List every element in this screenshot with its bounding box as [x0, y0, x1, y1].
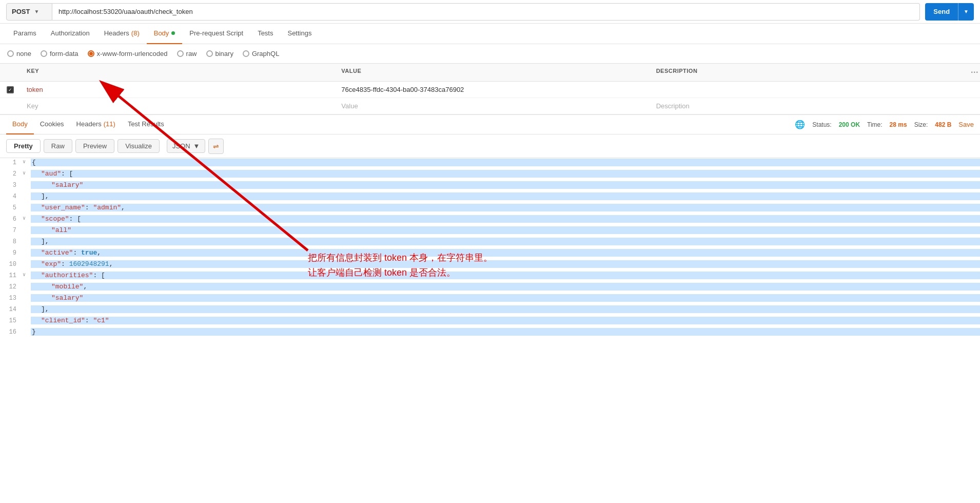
radio-form-data-label: form-data	[50, 50, 79, 57]
row-description[interactable]	[650, 86, 965, 94]
tab-body[interactable]: Body	[147, 24, 183, 44]
fmt-btn-pretty[interactable]: Pretty	[6, 139, 41, 153]
fmt-btn-preview[interactable]: Preview	[75, 139, 114, 153]
time-label: Time:	[867, 121, 883, 128]
status-value: 200 OK	[839, 121, 860, 128]
line-num-3: 3	[0, 181, 23, 189]
resp-tab-headers-label: Headers	[76, 120, 102, 128]
collapse-btn-1[interactable]: ∨	[23, 159, 31, 165]
placeholder-key[interactable]: Key	[21, 98, 335, 114]
json-output: 1 ∨ { 2 ∨ "aud": [ 3 "salary" 4 ], 5 "us…	[0, 158, 980, 379]
json-line-12: 12 "mobile",	[0, 282, 980, 294]
row-checkbox[interactable]	[7, 86, 14, 93]
collapse-btn-11[interactable]: ∨	[23, 272, 31, 278]
resp-tab-body[interactable]: Body	[6, 115, 34, 134]
th-actions: ···	[965, 64, 980, 81]
json-line-16: 16 }	[0, 327, 980, 339]
line-num-13: 13	[0, 294, 23, 302]
radio-binary[interactable]: binary	[206, 50, 233, 57]
url-input[interactable]	[52, 3, 920, 21]
radio-form-data[interactable]: form-data	[41, 50, 79, 57]
status-label: Status:	[812, 121, 831, 128]
wrap-button[interactable]: ⇌	[208, 139, 224, 154]
resp-tab-cookies[interactable]: Cookies	[34, 115, 70, 134]
format-select[interactable]: JSON ▼	[167, 139, 206, 153]
line-content-10: "exp": 1602948291,	[31, 260, 980, 268]
line-content-5: "user_name": "admin",	[31, 204, 980, 211]
line-num-14: 14	[0, 305, 23, 313]
fmt-btn-visualize[interactable]: Visualize	[117, 139, 160, 153]
line-content-13: "salary"	[31, 294, 980, 302]
tab-headers-label: Headers	[104, 29, 129, 37]
format-select-value: JSON	[172, 142, 190, 150]
resp-tab-headers-badge: (11)	[104, 120, 115, 128]
fmt-btn-raw[interactable]: Raw	[44, 139, 72, 153]
collapse-btn-2[interactable]: ∨	[23, 170, 31, 176]
method-select[interactable]: POST ▼	[6, 3, 52, 21]
radio-form-data-circle	[41, 50, 47, 57]
tab-pre-request-label: Pre-request Script	[189, 29, 243, 37]
row-key[interactable]: token	[21, 82, 335, 98]
resp-tab-body-label: Body	[12, 120, 28, 128]
more-options-icon[interactable]: ···	[971, 68, 978, 76]
format-select-chevron-icon: ▼	[193, 142, 200, 150]
json-line-8: 8 ],	[0, 237, 980, 248]
main-content: 1 ∨ { 2 ∨ "aud": [ 3 "salary" 4 ], 5 "us…	[0, 158, 980, 379]
line-num-12: 12	[0, 283, 23, 291]
table-row: token 76ce4835-ffdc-4304-ba00-37483ca769…	[0, 82, 980, 98]
radio-graphql[interactable]: GraphQL	[243, 50, 279, 57]
line-content-2: "aud": [	[31, 170, 980, 178]
line-content-8: ],	[31, 238, 980, 245]
send-button[interactable]: Send ▼	[925, 3, 974, 21]
radio-raw[interactable]: raw	[177, 50, 197, 57]
json-line-13: 13 "salary"	[0, 294, 980, 305]
resp-tab-headers[interactable]: Headers (11)	[70, 115, 122, 134]
json-line-7: 7 "all"	[0, 226, 980, 237]
radio-none-label: none	[16, 50, 31, 57]
line-content-11: "authorities": [	[31, 272, 980, 279]
resp-tab-test-results[interactable]: Test Results	[122, 115, 170, 134]
tab-tests[interactable]: Tests	[250, 24, 280, 44]
line-num-11: 11	[0, 272, 23, 279]
line-num-5: 5	[0, 204, 23, 211]
response-tab-row: Body Cookies Headers (11) Test Results 🌐…	[0, 115, 980, 134]
tab-params[interactable]: Params	[6, 24, 44, 44]
wrap-icon-symbol: ⇌	[213, 142, 219, 150]
table-placeholder-row: Key Value Description	[0, 98, 980, 114]
radio-none[interactable]: none	[7, 50, 31, 57]
tab-settings[interactable]: Settings	[280, 24, 319, 44]
radio-graphql-label: GraphQL	[252, 50, 279, 57]
tab-pre-request-script[interactable]: Pre-request Script	[182, 24, 250, 44]
line-num-16: 16	[0, 328, 23, 336]
row-value[interactable]: 76ce4835-ffdc-4304-ba00-37483ca76902	[335, 82, 650, 98]
placeholder-value[interactable]: Value	[335, 98, 650, 114]
radio-binary-label: binary	[215, 50, 233, 57]
line-num-1: 1	[0, 159, 23, 166]
time-value: 28 ms	[890, 121, 907, 128]
placeholder-description[interactable]: Description	[650, 98, 965, 114]
json-line-6: 6 ∨ "scope": [	[0, 215, 980, 226]
line-content-4: ],	[31, 192, 980, 200]
json-line-3: 3 "salary"	[0, 181, 980, 192]
resp-tab-test-results-label: Test Results	[128, 120, 164, 128]
json-line-4: 4 ],	[0, 192, 980, 203]
line-content-3: "salary"	[31, 181, 980, 189]
row-actions	[965, 86, 980, 94]
json-line-14: 14 ],	[0, 305, 980, 316]
json-line-9: 9 "active": true,	[0, 248, 980, 260]
radio-urlencoded-circle	[88, 50, 94, 57]
line-content-9: "active": true,	[31, 249, 980, 257]
tab-authorization-label: Authorization	[51, 29, 90, 37]
tab-body-label: Body	[154, 29, 169, 37]
line-num-2: 2	[0, 170, 23, 178]
save-response-button[interactable]: Save	[958, 121, 974, 128]
tab-headers[interactable]: Headers (8)	[97, 24, 147, 44]
collapse-btn-6[interactable]: ∨	[23, 215, 31, 221]
tab-authorization[interactable]: Authorization	[44, 24, 97, 44]
radio-urlencoded[interactable]: x-www-form-urlencoded	[88, 50, 168, 57]
th-key: KEY	[21, 64, 335, 81]
row-checkbox-cell[interactable]	[0, 82, 21, 98]
globe-icon[interactable]: 🌐	[795, 120, 805, 129]
line-content-7: "all"	[31, 226, 980, 234]
method-chevron-icon: ▼	[34, 9, 39, 14]
